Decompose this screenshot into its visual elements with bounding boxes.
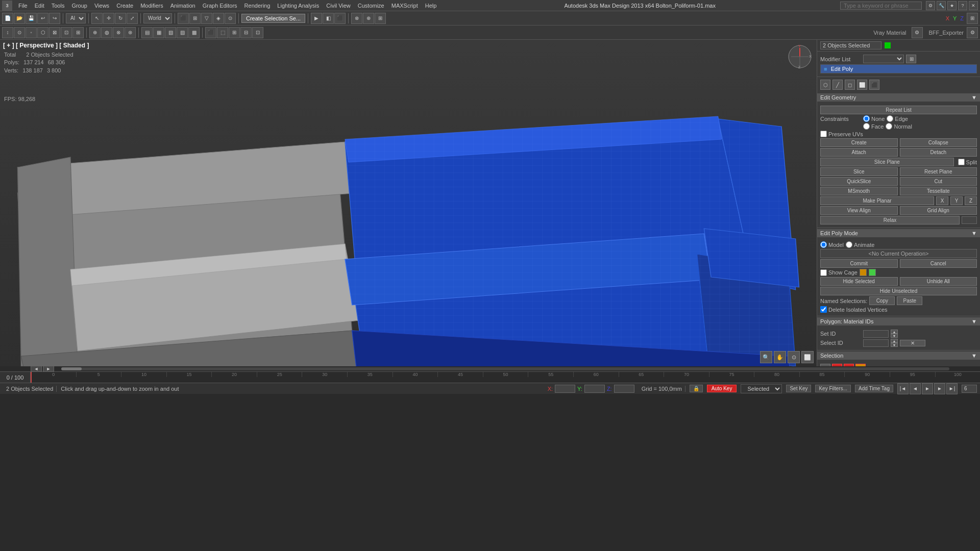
slice-plane-btn[interactable]: Slice Plane xyxy=(820,158,954,166)
view-btn3[interactable]: ▽ xyxy=(201,13,212,24)
icon-btn-2[interactable]: 🔧 xyxy=(937,1,946,10)
layer-btn5[interactable]: ▩ xyxy=(188,27,200,38)
s2-btn5[interactable]: ⊠ xyxy=(49,27,60,38)
render-region[interactable]: ◧ xyxy=(323,13,334,24)
timeline-track[interactable]: 0 5 10 15 20 25 30 35 40 45 50 55 60 65 … xyxy=(31,372,980,383)
sel-dot-icon[interactable]: · xyxy=(820,364,830,366)
vertex-icon[interactable]: ⬡ xyxy=(820,80,830,90)
x-axis-btn[interactable]: X xyxy=(936,196,948,205)
scroll-left-btn[interactable]: ◄ xyxy=(31,366,42,372)
grid-align-btn[interactable]: Grid Align xyxy=(900,206,977,215)
modifier-dropdown[interactable] xyxy=(863,55,904,63)
relax-btn[interactable]: Relax xyxy=(820,216,960,224)
snap-btn2[interactable]: ◍ xyxy=(101,27,112,38)
preserve-uvs-checkbox[interactable] xyxy=(820,131,827,137)
hide-unselected-btn[interactable]: Hide Unselected xyxy=(820,287,977,295)
menu-customize[interactable]: Customize xyxy=(355,2,387,10)
layer-btn4[interactable]: ▨ xyxy=(177,27,188,38)
more-btn1[interactable]: ⬛ xyxy=(205,27,216,38)
menu-views[interactable]: Views xyxy=(91,2,112,10)
constraint-edge-radio[interactable] xyxy=(887,115,893,122)
select-id-clear-btn[interactable]: ✕ xyxy=(900,340,925,346)
s2-btn2[interactable]: ⊙ xyxy=(14,27,25,38)
auto-key-btn[interactable]: Auto Key xyxy=(707,385,737,392)
polygon-mat-header[interactable]: Polygon: Material IDs ▼ xyxy=(817,317,980,325)
msmooth-btn[interactable]: MSmooth xyxy=(820,187,898,195)
layer-btn1[interactable]: ▤ xyxy=(141,27,153,38)
snap-btn3[interactable]: ⊗ xyxy=(113,27,124,38)
menu-rendering[interactable]: Rendering xyxy=(241,2,274,10)
coord-system-btn[interactable]: ⊞ xyxy=(967,13,978,24)
constraint-face[interactable]: Face xyxy=(863,123,884,130)
edge-icon[interactable]: ╱ xyxy=(832,80,843,90)
view-btn5[interactable]: ⊙ xyxy=(225,13,236,24)
go-start-btn[interactable]: |◄ xyxy=(897,383,909,394)
hide-selected-btn[interactable]: Hide Selected xyxy=(820,277,898,286)
extra-btn3[interactable]: ⊞ xyxy=(375,13,386,24)
extra-btn1[interactable]: ⊗ xyxy=(351,13,362,24)
s2-btn4[interactable]: ⬡ xyxy=(37,27,48,38)
z-axis-btn[interactable]: Z xyxy=(965,196,977,205)
more-btn4[interactable]: ⊟ xyxy=(240,27,252,38)
edit-geometry-header[interactable]: Edit Geometry ▼ xyxy=(817,93,980,102)
scroll-track[interactable] xyxy=(61,367,949,370)
border-icon[interactable]: ◻ xyxy=(845,80,855,90)
zoom-icon[interactable]: 🔍 xyxy=(760,351,772,363)
menu-help[interactable]: Help xyxy=(422,2,440,10)
set-id-spinbox[interactable]: ▲▼ xyxy=(891,330,898,338)
menu-create[interactable]: Create xyxy=(113,2,136,10)
make-planar-btn[interactable]: Make Planar xyxy=(820,196,934,205)
scale-btn[interactable]: ⤢ xyxy=(127,13,138,24)
edit-poly-mode-header[interactable]: Edit Poly Mode ▼ xyxy=(817,229,980,237)
delete-isolated-checkbox[interactable] xyxy=(820,306,827,313)
x-input[interactable] xyxy=(555,385,575,393)
render-btn[interactable]: ▶ xyxy=(311,13,322,24)
new-btn[interactable]: 📄 xyxy=(2,13,13,24)
set-id-input[interactable] xyxy=(863,330,889,338)
scroll-right-btn[interactable]: ► xyxy=(43,366,54,372)
model-radio-input[interactable] xyxy=(820,241,827,248)
repeat-last-btn[interactable]: Repeat List xyxy=(820,106,977,114)
show-cage-check[interactable]: Show Cage xyxy=(820,269,857,276)
coord-dropdown[interactable]: World xyxy=(143,13,172,23)
constraint-edge[interactable]: Edge xyxy=(887,115,908,122)
lock-btn[interactable]: 🔒 xyxy=(690,385,703,392)
element-icon[interactable]: ⬛ xyxy=(869,80,879,90)
slice-btn[interactable]: Slice xyxy=(820,167,898,176)
more-btn3[interactable]: ⊞ xyxy=(229,27,240,38)
time-tag-btn[interactable]: Add Time Tag xyxy=(855,385,893,392)
y-axis-btn[interactable]: Y xyxy=(950,196,963,205)
copy-named-btn[interactable]: Copy xyxy=(869,296,895,305)
delete-isolated-check[interactable]: Delete Isolated Vertices xyxy=(820,306,888,313)
prev-frame-btn[interactable]: ◄ xyxy=(910,383,921,394)
view-btn1[interactable]: ⬛ xyxy=(178,13,189,24)
reset-plane-btn[interactable]: Reset Plane xyxy=(900,167,977,176)
modifier-list-icon[interactable]: ⊞ xyxy=(906,55,916,63)
split-checkbox[interactable] xyxy=(958,159,965,165)
select-id-spinbox[interactable]: ▲▼ xyxy=(891,339,898,347)
orbit-icon[interactable]: ⊙ xyxy=(788,351,800,363)
s2-btn6[interactable]: ⊡ xyxy=(61,27,72,38)
next-frame-btn[interactable]: ► xyxy=(934,383,945,394)
constraint-normal[interactable]: Normal xyxy=(886,123,912,130)
s2-btn7[interactable]: ⊞ xyxy=(72,27,84,38)
move-btn[interactable]: ✛ xyxy=(103,13,114,24)
select-id-input[interactable] xyxy=(863,339,889,347)
view-btn4[interactable]: ◈ xyxy=(213,13,224,24)
s2-btn1[interactable]: ↕ xyxy=(2,27,13,38)
sel-red2-icon[interactable]: ⬜ xyxy=(844,364,854,366)
set-key-btn[interactable]: Set Key xyxy=(786,385,811,392)
bff-btn[interactable]: ⚙ xyxy=(967,27,978,38)
view-btn2[interactable]: ⊞ xyxy=(189,13,201,24)
cut-btn[interactable]: Cut xyxy=(900,177,977,186)
obj-count-input[interactable] xyxy=(820,41,881,49)
menu-edit[interactable]: Edit xyxy=(32,2,47,10)
model-radio[interactable]: Model xyxy=(820,241,844,248)
animate-radio-input[interactable] xyxy=(846,241,852,248)
cancel-op-btn[interactable]: Cancel xyxy=(900,259,977,268)
snap-btn[interactable]: ⊕ xyxy=(89,27,101,38)
show-cage-checkbox[interactable] xyxy=(820,269,827,276)
relax-input[interactable] xyxy=(962,216,977,224)
menu-file[interactable]: File xyxy=(15,2,31,10)
tessellate-btn[interactable]: Tessellate xyxy=(900,187,977,195)
